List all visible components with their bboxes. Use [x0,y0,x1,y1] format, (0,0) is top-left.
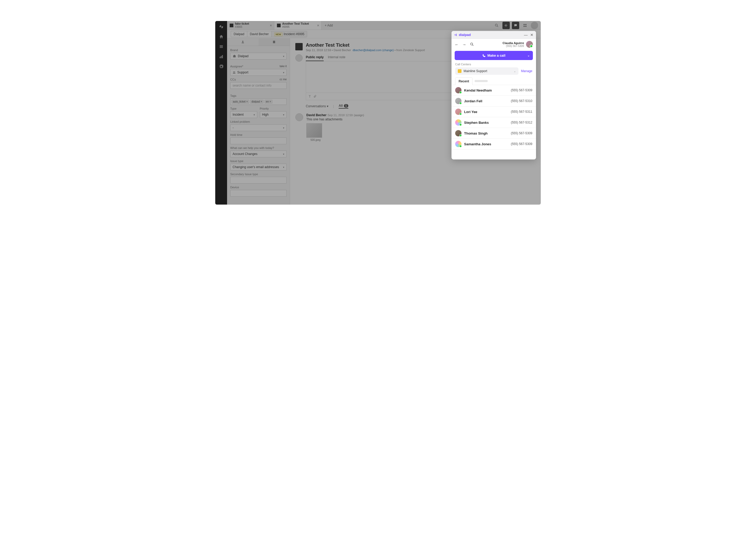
take-it-link[interactable]: take it [280,65,287,68]
contact-phone: (555) 567-5309 [511,88,532,92]
priority-select[interactable]: High▾ [260,111,287,118]
svg-rect-4 [221,56,222,58]
tab-bar: fake ticket #3665 × Another Test Ticket … [227,21,541,30]
dialpad-titlebar: dialpad — ✕ [451,31,536,39]
ticket-icon [277,24,281,27]
reports-icon[interactable] [219,54,224,59]
search-icon[interactable] [493,22,500,29]
make-call-button[interactable]: Make a call ⌄ [455,51,533,60]
breadcrumb-item[interactable]: Dialpad [231,31,247,37]
text-format-icon[interactable]: T [309,95,311,99]
conversations-dropdown[interactable]: Conversations ▾ [306,104,328,108]
contact-name: Stephen Banks [464,121,489,125]
chat-icon[interactable] [512,22,519,29]
breadcrumb-item[interactable]: NEWIncident #6995 [271,31,307,37]
tab-placeholder [474,80,488,82]
tags-field[interactable]: auto_ticket × dialpad × en × [230,99,287,105]
settings-icon[interactable] [219,64,224,69]
svg-point-20 [456,35,457,36]
close-icon[interactable]: × [270,23,272,28]
issue-select[interactable]: Changing user's email addresses▾ [230,164,287,170]
contact-item[interactable]: Thomas Singh (555) 567-5309 [451,128,536,139]
svg-rect-1 [220,46,223,47]
contact-item[interactable]: Jordan Fell (555) 567-5310 [451,96,536,106]
user-phone: (555) 567-5309 [503,44,524,47]
brand-select[interactable]: Dialpad▾ [230,53,287,60]
views-icon[interactable] [219,44,224,49]
tag-chip[interactable]: dialpad × [250,100,263,103]
assign-link[interactable]: (assign) [354,114,364,117]
attachment-thumb [306,123,322,138]
home-icon[interactable] [219,34,224,39]
svg-point-14 [242,41,243,42]
svg-point-21 [471,43,473,45]
tags-label: Tags [230,94,287,97]
hold-input[interactable] [230,137,287,144]
ticket-icon [295,43,303,50]
svg-rect-12 [524,26,525,27]
talk-icon[interactable] [502,22,510,29]
ticket-props-tab[interactable] [258,38,290,46]
public-reply-tab[interactable]: Public reply [306,54,324,61]
contact-name: Jordan Fell [464,99,482,103]
contact-item[interactable]: Samantha Jones (555) 567-5309 [451,139,536,150]
ticket-meta: Sep 11, 2018 12:59 • David Becher dbeche… [306,48,425,52]
contact-item[interactable]: Stephen Banks (555) 567-5312 [451,117,536,128]
linked-select[interactable]: -▾ [230,124,287,131]
forward-icon[interactable]: → [462,42,466,47]
manage-link[interactable]: Manage [521,69,532,73]
call-centers-label: Call Centers [451,63,536,68]
tag-chip[interactable]: auto_ticket × [231,100,249,103]
contact-item[interactable]: Lori Yee (555) 567-5311 [451,106,536,117]
back-icon[interactable]: ← [455,42,459,47]
tag-chip[interactable]: en × [265,100,272,103]
help-select[interactable]: Account Changes▾ [230,151,287,157]
recent-tab[interactable]: Recent [455,77,472,85]
ccs-input[interactable]: search name or contact info [230,82,287,89]
ticket-tab[interactable]: fake ticket #3665 × [227,21,274,30]
assignee-select[interactable]: Support▾ [230,69,287,76]
contact-name: Lori Yee [464,110,477,114]
ticket-tab[interactable]: Another Test Ticket #6995 × [274,21,321,30]
contact-phone: (555) 567-5309 [511,131,532,135]
attachment[interactable]: 500.jpeg [306,123,325,141]
all-filter[interactable]: All1 [339,104,348,109]
user-tab[interactable] [227,38,258,46]
call-center-select[interactable]: Mainline Support ⌄ [455,68,518,75]
folder-icon [458,69,462,73]
contact-phone: (555) 567-5312 [511,121,532,124]
ticket-title: Another Test Ticket [306,42,425,48]
device-input[interactable] [230,190,287,197]
contact-item[interactable]: Kendal Needham (555) 567-5309 [451,85,536,96]
new-badge: NEW [274,33,283,36]
add-tab-button[interactable]: + Add [321,21,336,30]
type-select[interactable]: Incident▾ [230,111,257,118]
brand-label: Brand [230,48,287,52]
user-avatar[interactable] [531,22,538,29]
apps-icon[interactable] [521,22,529,29]
attachment-name: 500.jpeg [306,138,325,141]
reply-avatar [295,54,303,62]
left-nav-rail [215,21,227,205]
cc-me-link[interactable]: cc me [280,78,287,81]
assignee-label: Assignee* [230,65,243,68]
tab-title: fake ticket [235,22,249,25]
sec-input[interactable] [230,177,287,183]
search-icon[interactable] [470,42,474,46]
ccs-label: CCs [230,78,236,81]
svg-point-19 [456,34,457,35]
current-user[interactable]: Claudia Aguirre (555) 567-5309 [503,41,533,48]
tab-title: Another Test Ticket [282,22,309,25]
contact-name: Thomas Singh [464,131,488,135]
msg-time: Sep 11, 2018 12:59 [328,114,353,117]
minimize-icon[interactable]: — [524,33,528,37]
breadcrumb-item[interactable]: David Becher [247,31,271,37]
svg-rect-8 [506,24,506,26]
close-icon[interactable]: × [317,23,319,28]
attach-icon[interactable] [314,95,317,99]
close-icon[interactable]: ✕ [530,33,533,37]
internal-note-tab[interactable]: Internal note [328,54,346,61]
email-link[interactable]: dbecher@dialpad.com (change) [352,48,394,52]
zendesk-logo-icon[interactable] [219,24,224,29]
svg-point-18 [455,34,456,35]
